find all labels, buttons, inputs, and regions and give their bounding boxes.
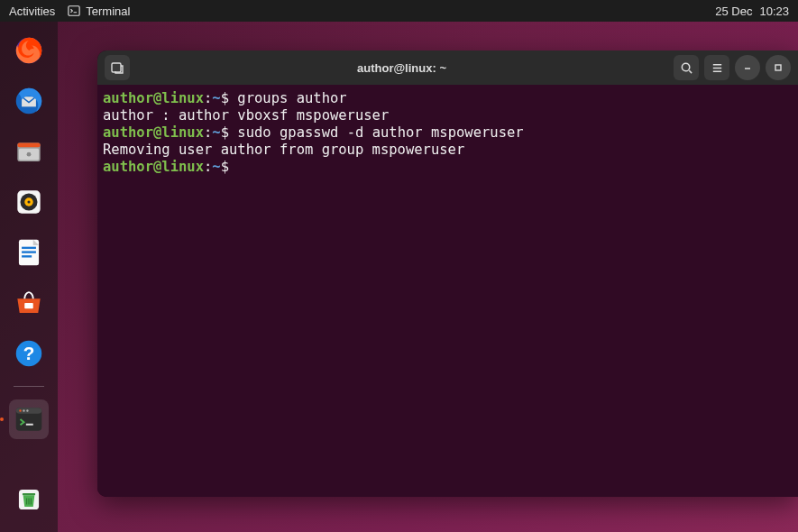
files-icon [12, 134, 46, 169]
svg-rect-25 [23, 493, 35, 495]
maximize-button[interactable] [766, 55, 791, 80]
svg-rect-15 [24, 303, 33, 308]
terminal-output: author : author vboxsf mspoweruser [103, 107, 793, 124]
svg-rect-28 [775, 65, 781, 70]
menu-button[interactable] [704, 55, 729, 80]
dock-firefox[interactable] [9, 31, 49, 70]
thunderbird-icon [12, 84, 46, 118]
window-indicator[interactable]: Terminal [68, 5, 130, 18]
minimize-icon [742, 62, 753, 73]
dock-files[interactable] [9, 132, 49, 171]
titlebar[interactable]: author@linux: ~ [97, 50, 798, 85]
svg-rect-20 [26, 424, 33, 426]
svg-rect-12 [22, 247, 36, 249]
software-icon [12, 286, 46, 320]
dock-terminal[interactable] [9, 399, 49, 439]
dock-ubuntu-software[interactable] [9, 283, 49, 323]
svg-point-10 [27, 200, 30, 203]
dock-trash[interactable] [9, 480, 49, 519]
terminal-line: author@linux:~$ groups author [103, 90, 793, 107]
dock-libreoffice-writer[interactable] [9, 233, 49, 272]
firefox-icon [12, 33, 46, 68]
svg-text:?: ? [23, 343, 35, 363]
svg-rect-4 [17, 143, 40, 148]
dock-separator [14, 386, 44, 387]
writer-icon [12, 235, 46, 270]
svg-point-27 [682, 63, 689, 70]
svg-rect-0 [69, 6, 79, 16]
help-icon: ? [12, 336, 46, 371]
maximize-icon [773, 62, 784, 73]
command-text: groups author [237, 90, 346, 106]
terminal-line: author@linux:~$ sudo gpasswd -d author m… [103, 124, 793, 142]
svg-rect-14 [22, 255, 32, 257]
new-tab-button[interactable] [105, 55, 130, 80]
hamburger-icon [711, 61, 724, 75]
search-button[interactable] [674, 55, 699, 80]
top-bar: Activities Terminal 25 Dec 10:23 [0, 0, 798, 22]
svg-point-22 [23, 409, 24, 411]
terminal-body[interactable]: author@linux:~$ groups authorauthor : au… [97, 85, 798, 497]
svg-point-6 [27, 152, 32, 157]
clock-date[interactable]: 25 Dec [715, 5, 752, 18]
dock-help[interactable]: ? [9, 334, 49, 373]
dock-rhythmbox[interactable] [9, 182, 49, 222]
dock-thunderbird[interactable] [9, 81, 49, 121]
dock: ? [0, 22, 58, 532]
speaker-icon [12, 185, 46, 219]
terminal-output: Removing user author from group mspoweru… [103, 142, 793, 159]
terminal-window: author@linux: ~ author@linux:~$ groups a… [97, 50, 798, 497]
clock-time[interactable]: 10:23 [759, 5, 789, 18]
new-tab-icon [110, 60, 124, 75]
command-text: sudo gpasswd -d author mspoweruser [237, 124, 523, 141]
search-icon [680, 61, 693, 75]
app-label: Terminal [86, 5, 130, 18]
activities-button[interactable]: Activities [9, 5, 55, 18]
svg-rect-26 [112, 63, 121, 72]
svg-point-21 [19, 409, 21, 411]
terminal-app-icon [12, 402, 46, 436]
terminal-line: author@linux:~$ [103, 159, 793, 176]
svg-rect-13 [22, 251, 36, 252]
minimize-button[interactable] [735, 55, 760, 80]
window-title: author@linux: ~ [130, 61, 674, 75]
svg-point-23 [26, 409, 28, 411]
trash-icon [12, 482, 46, 517]
terminal-icon [68, 5, 80, 17]
